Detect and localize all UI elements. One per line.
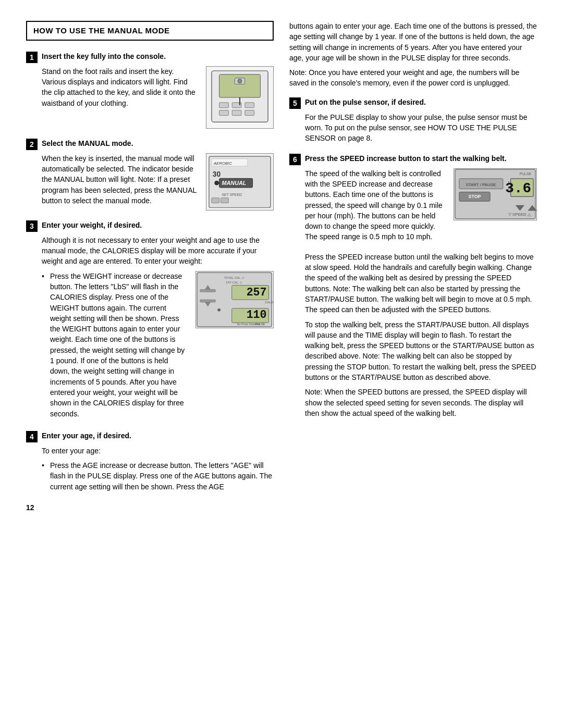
svg-text:PULSE: PULSE: [519, 172, 531, 176]
svg-rect-20: [221, 198, 229, 203]
step-2: 2 Select the MANUAL mode. When the key i…: [26, 138, 274, 211]
page: HOW TO USE THE MANUAL MODE 1 Insert the …: [0, 0, 563, 728]
step-4-bullet-1: Press the AGE increase or decrease butto…: [42, 460, 274, 492]
step-4-number: 4: [26, 431, 38, 442]
svg-rect-4: [219, 103, 229, 108]
manual-panel-image: AEROBIC 30 MANUAL SET SPEED: [206, 153, 274, 211]
svg-rect-9: [245, 110, 254, 115]
svg-rect-30: [200, 300, 215, 302]
weight-display-image: TOTAL CAL. ◇ FAT CAL. ◇ 257 CALORIES: [195, 271, 274, 328]
svg-text:PULSE: PULSE: [255, 323, 265, 326]
console-key-image: [206, 66, 274, 129]
svg-text:MANUAL: MANUAL: [222, 180, 247, 186]
step-6-body-2: To stop the walking belt, press the STAR…: [305, 319, 537, 383]
step-4: 4 Enter your age, if desired. To enter y…: [26, 430, 274, 492]
step-1: 1 Insert the key fully into the console.…: [26, 51, 274, 129]
header-box: HOW TO USE THE MANUAL MODE: [26, 21, 274, 41]
age-continuation: buttons again to enter your age. Each ti…: [289, 21, 537, 63]
step-4-intro: To enter your age:: [42, 446, 274, 456]
svg-text:START / PAUSE: START / PAUSE: [466, 182, 496, 187]
step-6: 6 Press the SPEED increase button to sta…: [289, 153, 537, 419]
step-3-text: Press the WEIGHT increase or decrease bu…: [42, 271, 188, 421]
step-6-title: Press the SPEED increase button to start…: [305, 153, 507, 164]
svg-rect-8: [232, 110, 241, 115]
svg-point-3: [238, 79, 242, 83]
step-1-title: Insert the key fully into the console.: [42, 51, 166, 61]
step-5: 5 Put on the pulse sensor, if desired. F…: [289, 97, 537, 144]
svg-text:3.6: 3.6: [505, 181, 531, 197]
step-2-body: When the key is inserted, the manual mod…: [42, 153, 199, 210]
svg-text:257: 257: [247, 286, 267, 299]
svg-text:STOP: STOP: [468, 194, 481, 200]
step-5-title: Put on the pulse sensor, if desired.: [305, 97, 426, 107]
step-3-bullet-1: Press the WEIGHT increase or decrease bu…: [42, 271, 188, 419]
step-4-title: Enter your age, if desired.: [42, 430, 131, 441]
svg-point-17: [215, 181, 219, 185]
step-6-body-intro: The speed of the walking belt is control…: [305, 168, 446, 246]
step-3-title: Enter your weight, if desired.: [42, 220, 142, 230]
svg-text:110: 110: [247, 309, 267, 321]
left-column: HOW TO USE THE MANUAL MODE 1 Insert the …: [26, 21, 274, 707]
svg-rect-19: [212, 198, 219, 203]
speed-display-image: PULSE MPH ◇ KPH ◇ 3.6 START / PAUSE: [454, 168, 537, 220]
svg-text:▽ SPEED △: ▽ SPEED △: [508, 212, 531, 217]
svg-text:AEROBIC: AEROBIC: [213, 161, 232, 165]
svg-rect-28: [200, 289, 215, 292]
memory-note: Note: Once you have entered your weight …: [289, 67, 537, 89]
step-1-body: Stand on the foot rails and insert the k…: [42, 66, 199, 113]
step-3-intro: Although it is not necessary to enter yo…: [42, 235, 274, 267]
svg-text:30: 30: [213, 170, 221, 178]
page-number: 12: [26, 502, 274, 513]
svg-point-31: [218, 308, 221, 311]
svg-rect-7: [219, 110, 229, 115]
step-1-number: 1: [26, 52, 38, 63]
svg-text:FAT CAL. ◇: FAT CAL. ◇: [226, 280, 243, 283]
step-3: 3 Enter your weight, if desired. Althoug…: [26, 220, 274, 421]
step-2-title: Select the MANUAL mode.: [42, 138, 133, 149]
step-5-body: For the PULSE display to show your pulse…: [305, 112, 537, 144]
step-3-number: 3: [26, 220, 38, 232]
svg-text:TOTAL CAL. ◇: TOTAL CAL. ◇: [224, 276, 245, 279]
right-column: buttons again to enter your age. Each ti…: [289, 21, 537, 707]
svg-text:CALORIES: CALORIES: [265, 301, 273, 304]
step-6-body-1: Press the SPEED increase button until th…: [305, 252, 537, 315]
step-6-body-3: Note: When the SPEED buttons are pressed…: [305, 387, 537, 418]
svg-rect-6: [245, 103, 254, 108]
header-title: HOW TO USE THE MANUAL MODE: [33, 26, 170, 35]
svg-text:SET SPEED: SET SPEED: [222, 192, 242, 196]
step-6-number: 6: [289, 154, 301, 165]
step-2-number: 2: [26, 139, 38, 150]
step-5-number: 5: [289, 97, 301, 109]
